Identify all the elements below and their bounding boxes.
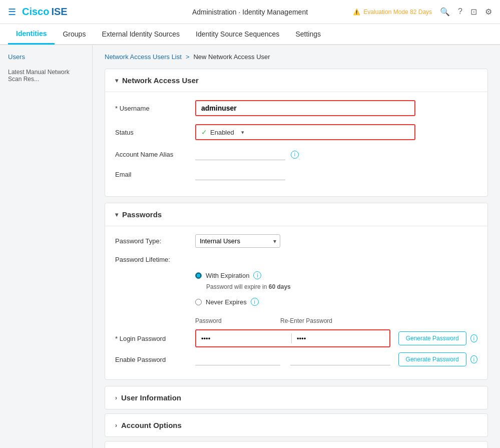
status-dropdown[interactable]: ✓ Enabled ▾	[195, 124, 415, 140]
tab-external-identity-sources[interactable]: External Identity Sources	[94, 24, 188, 45]
password-type-row: Password Type: Internal Users	[115, 234, 477, 248]
password-type-select[interactable]: Internal Users	[195, 234, 280, 248]
status-check-icon: ✓	[201, 128, 207, 136]
breadcrumb-link[interactable]: Network Access Users List	[105, 53, 182, 61]
with-expiration-radio-item: With Expiration i	[195, 271, 477, 279]
tab-groups[interactable]: Groups	[55, 24, 94, 45]
help-icon[interactable]: ?	[458, 7, 462, 17]
never-expires-info-icon[interactable]: i	[251, 298, 259, 306]
expiration-note: Password will expire in 60 days	[206, 283, 477, 290]
network-access-user-section: ▾ Network Access User * Username Status	[105, 69, 488, 197]
top-nav-right: ⚠️ Evaluation Mode 82 Days 🔍 ? ⊡ ⚙	[353, 7, 492, 17]
account-options-section: › Account Options	[105, 413, 488, 437]
account-options-chevron-right-icon: ›	[115, 422, 117, 429]
status-label: Status	[115, 129, 195, 136]
account-disable-policy-section: › Account Disable Policy	[105, 441, 488, 448]
login-password-reenter-input[interactable]	[297, 335, 384, 342]
password-col-header: Password	[195, 317, 280, 324]
breadcrumb-current: New Network Access User	[193, 53, 270, 61]
radio-group: With Expiration i Password will expire i…	[195, 271, 477, 306]
never-expires-label: Never Expires	[206, 298, 247, 306]
enable-generate-password-button[interactable]: Generate Password	[398, 352, 466, 366]
enable-inputs	[195, 353, 390, 365]
main-content: Network Access Users List > New Network …	[93, 45, 500, 448]
warning-icon: ⚠️	[353, 9, 360, 16]
breadcrumb-separator: >	[186, 53, 190, 61]
email-value	[195, 168, 477, 180]
tab-settings[interactable]: Settings	[287, 24, 329, 45]
cisco-logo: Cisco ISE	[22, 6, 68, 18]
sidebar: Users Latest Manual Network Scan Res...	[0, 45, 93, 448]
enable-password-label: Enable Password	[115, 356, 195, 363]
with-expiration-info-icon[interactable]: i	[253, 271, 261, 279]
login-password-info-icon[interactable]: i	[470, 334, 477, 342]
sidebar-item-network-scan[interactable]: Latest Manual Network Scan Res...	[0, 65, 92, 87]
notifications-icon[interactable]: ⊡	[470, 7, 477, 17]
user-information-header[interactable]: › User Information	[105, 386, 487, 409]
account-options-title: Account Options	[121, 421, 182, 429]
never-expires-radio[interactable]	[195, 299, 202, 305]
login-password-required: *	[115, 335, 120, 342]
account-name-alias-input[interactable]	[195, 148, 285, 160]
password-type-wrapper: Internal Users	[195, 234, 280, 248]
password-lifetime-row: Password Lifetime:	[115, 256, 477, 263]
login-password-input[interactable]	[201, 335, 286, 342]
passwords-chevron-down-icon: ▾	[115, 211, 118, 218]
password-type-label: Password Type:	[115, 237, 195, 245]
account-name-alias-row: Account Name Alias i	[115, 148, 477, 160]
password-column-headers: Password Re-Enter Password	[195, 317, 477, 324]
sidebar-item-users[interactable]: Users	[0, 49, 92, 65]
login-password-row: * * Login PasswordLogin Password Generat…	[115, 329, 477, 347]
username-label: * Username	[115, 105, 195, 112]
enable-password-reenter-input[interactable]	[290, 353, 390, 365]
layout: Users Latest Manual Network Scan Res... …	[0, 45, 500, 448]
network-access-user-header[interactable]: ▾ Network Access User	[105, 69, 487, 92]
status-value: ✓ Enabled ▾	[195, 124, 477, 140]
username-value	[195, 100, 477, 116]
status-chevron-icon: ▾	[241, 129, 244, 136]
cisco-text: Cisco	[22, 6, 49, 18]
breadcrumb: Network Access Users List > New Network …	[105, 53, 488, 61]
status-text: Enabled	[210, 129, 234, 136]
account-options-header[interactable]: › Account Options	[105, 414, 487, 436]
account-disable-policy-header[interactable]: › Account Disable Policy	[105, 441, 487, 448]
user-information-title: User Information	[121, 393, 181, 402]
login-password-box	[195, 329, 390, 347]
user-information-section: › User Information	[105, 386, 488, 409]
with-expiration-label: With Expiration	[206, 272, 249, 279]
ise-text: ISE	[51, 6, 67, 18]
login-generate-password-button[interactable]: Generate Password	[398, 331, 466, 345]
status-row: Status ✓ Enabled ▾	[115, 124, 477, 140]
email-row: Email	[115, 168, 477, 180]
network-access-user-body: * Username Status ✓ Enabled ▾	[105, 92, 487, 196]
username-row: * Username	[115, 100, 477, 116]
page-title: Administration · Identity Management	[192, 8, 308, 16]
account-name-alias-label: Account Name Alias	[115, 151, 195, 158]
enable-password-row: Enable Password Generate Password i	[115, 352, 477, 366]
pwd-divider	[291, 333, 292, 343]
user-info-chevron-right-icon: ›	[115, 394, 117, 401]
hamburger-menu-icon[interactable]: ☰	[8, 7, 16, 18]
account-name-alias-value: i	[195, 148, 477, 160]
passwords-header[interactable]: ▾ Passwords	[105, 203, 487, 226]
password-type-value: Internal Users	[195, 234, 477, 248]
username-input[interactable]	[195, 100, 415, 116]
tab-identities[interactable]: Identities	[8, 24, 55, 45]
enable-password-info-icon[interactable]: i	[470, 355, 477, 363]
search-icon[interactable]: 🔍	[440, 7, 450, 17]
login-password-label: * * Login PasswordLogin Password	[115, 335, 195, 342]
tab-identity-source-sequences[interactable]: Identity Source Sequences	[188, 24, 287, 45]
settings-icon[interactable]: ⚙	[485, 7, 492, 17]
re-enter-col-header: Re-Enter Password	[280, 317, 370, 324]
network-access-user-title: Network Access User	[122, 76, 199, 85]
enable-password-input[interactable]	[195, 353, 280, 365]
eval-warning: ⚠️ Evaluation Mode 82 Days	[353, 9, 432, 16]
email-label: Email	[115, 171, 195, 178]
chevron-down-icon: ▾	[115, 77, 118, 84]
account-name-alias-info-icon[interactable]: i	[291, 151, 299, 159]
secondary-nav: Identities Groups External Identity Sour…	[0, 24, 500, 45]
email-input[interactable]	[195, 168, 285, 180]
never-expires-radio-item: Never Expires i	[195, 298, 477, 306]
password-lifetime-label: Password Lifetime:	[115, 256, 195, 263]
with-expiration-radio[interactable]	[195, 272, 202, 279]
